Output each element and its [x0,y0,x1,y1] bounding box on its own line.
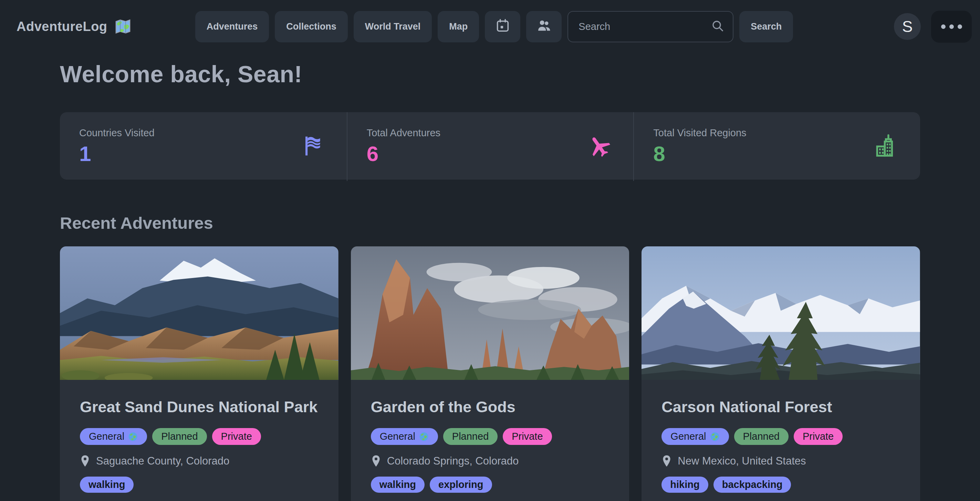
logo: AdventureLog [16,17,195,36]
location-row: Saguache County, Colorado [80,455,318,468]
card-body: Carson National Forest General Planned P… [641,380,920,493]
nav-item-map[interactable]: Map [438,11,479,42]
adventure-card-carson-national-forest[interactable]: Carson National Forest General Planned P… [641,246,920,501]
badge-private: Private [212,428,261,445]
location-row: Colorado Springs, Colorado [371,455,609,468]
badge-general: General [371,428,438,445]
badge-row: General Planned Private [371,428,609,445]
badge-private: Private [794,428,843,445]
tag: hiking [662,477,708,493]
adventure-title: Great Sand Dunes National Park [80,396,318,418]
badge-private: Private [503,428,552,445]
tag: backpacking [713,477,791,493]
stat-label: Total Visited Regions [653,127,901,139]
search-input[interactable] [568,11,733,42]
globe-icon [128,431,138,442]
stat-total-adventures: Total Adventures 6 [347,112,633,181]
navbar: AdventureLog Adventures Collections Worl… [0,0,980,53]
badge-planned: Planned [443,428,498,445]
map-pin-icon [371,455,381,468]
city-icon [873,133,899,160]
stat-label: Countries Visited [79,127,328,139]
stat-countries-visited: Countries Visited 1 [60,112,347,181]
stat-value: 1 [79,141,328,166]
users-button[interactable] [526,11,562,42]
adventure-title: Carson National Forest [662,396,900,418]
flag-icon [300,133,325,160]
calendar-button[interactable] [485,11,520,42]
stats-panel: Countries Visited 1 Total Adventures 6 [60,112,920,180]
badge-planned: Planned [152,428,207,445]
search-icon [711,19,724,34]
location-text: Colorado Springs, Colorado [387,455,519,467]
globe-icon [419,431,429,442]
tag: exploring [430,477,492,493]
badge-row: General Planned Private [662,428,900,445]
nav-item-adventures[interactable]: Adventures [195,11,269,42]
tag-row: hiking backpacking [662,477,900,493]
adventure-title: Garden of the Gods [371,396,609,418]
card-body: Garden of the Gods General Planned Priva… [351,380,630,493]
tag-row: walking [80,477,318,493]
plane-icon [586,133,612,160]
location-row: New Mexico, United States [662,455,900,468]
main-content: Welcome back, Sean! Countries Visited 1 … [60,60,920,501]
map-emoji-icon [114,17,132,36]
adventure-photo-garden [351,246,630,380]
adventure-photo-carson [641,246,920,380]
badge-general: General [662,428,729,445]
tag-row: walking exploring [371,477,609,493]
adventure-cards: Great Sand Dunes National Park General P… [60,246,920,501]
stat-value: 8 [653,141,901,166]
badge-planned: Planned [734,428,789,445]
adventure-photo-dunes [60,246,339,380]
nav-item-collections[interactable]: Collections [275,11,348,42]
search-button[interactable]: Search [739,11,793,42]
avatar[interactable]: S [894,13,921,40]
section-heading: Recent Adventures [60,213,920,233]
location-text: Saguache County, Colorado [96,455,229,467]
more-menu-button[interactable] [931,11,972,43]
ellipsis-icon [941,24,962,29]
app-title: AdventureLog [16,19,107,34]
stat-total-visited-regions: Total Visited Regions 8 [633,112,920,181]
globe-icon [710,431,720,442]
map-pin-icon [80,455,90,468]
adventure-card-great-sand-dunes[interactable]: Great Sand Dunes National Park General P… [60,246,339,501]
stat-label: Total Adventures [367,127,614,139]
badge-row: General Planned Private [80,428,318,445]
nav-menu: Adventures Collections World Travel Map [195,11,793,42]
page-title: Welcome back, Sean! [60,60,920,87]
map-pin-icon [662,455,672,468]
tag: walking [371,477,425,493]
calendar-icon [495,17,511,36]
badge-general: General [80,428,147,445]
navbar-right: S [793,11,972,43]
nav-item-world-travel[interactable]: World Travel [354,11,432,42]
tag: walking [80,477,134,493]
stat-value: 6 [367,141,614,166]
search-field-wrap [568,11,733,42]
location-text: New Mexico, United States [678,455,806,467]
card-body: Great Sand Dunes National Park General P… [60,380,339,493]
users-icon [536,17,552,36]
adventure-card-garden-of-the-gods[interactable]: Garden of the Gods General Planned Priva… [351,246,630,501]
